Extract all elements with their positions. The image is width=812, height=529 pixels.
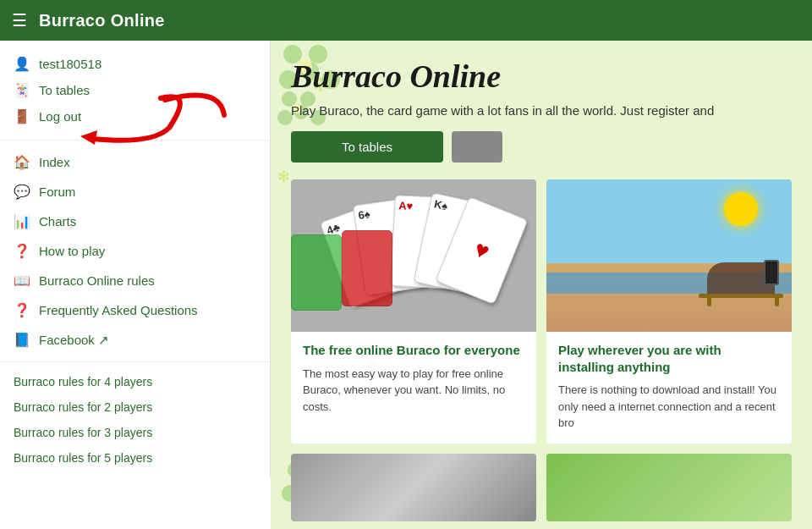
card1-body: The free online Buraco for everyone The … (291, 332, 536, 427)
nav-faq-label: Frequently Asked Questions (39, 303, 198, 317)
user-section: 👤 test180518 🃏 To tables 🚪 Log out (0, 41, 270, 141)
nav-section: 🏠 Index 💬 Forum 📊 Charts ❓ How to play 📖 (0, 141, 270, 362)
sidebar-item-faq[interactable]: ❓ Frequently Asked Questions (0, 295, 270, 325)
sidebar-item-how-to-play[interactable]: ❓ How to play (0, 236, 270, 266)
to-tables-button[interactable]: To tables (291, 131, 443, 163)
rules-icon: 📖 (14, 273, 30, 289)
register-button[interactable] (452, 131, 502, 163)
link-rules-2[interactable]: Burraco rules for 2 players (0, 394, 270, 420)
to-tables-sidebar-label: To tables (39, 83, 90, 97)
to-tables-sidebar-item[interactable]: 🃏 To tables (14, 77, 256, 103)
forum-icon: 💬 (14, 184, 30, 200)
question-icon: ❓ (14, 243, 30, 259)
hamburger-menu-icon[interactable]: ☰ (12, 10, 27, 30)
hero-title-text: Burraco Online (291, 58, 501, 94)
link-rules-4[interactable]: Burraco rules for 4 players (0, 369, 270, 394)
nav-index-label: Index (39, 155, 70, 169)
card2-body: Play wherever you are with installing an… (546, 332, 792, 444)
username-item: 👤 test180518 (14, 51, 256, 77)
links-section: Burraco rules for 4 players Burraco rule… (0, 362, 270, 477)
card2-title: Play wherever you are with installing an… (558, 342, 780, 375)
sidebar-item-facebook[interactable]: 📘 Facebook ↗ (0, 325, 270, 355)
sidebar-item-charts[interactable]: 📊 Charts (0, 207, 270, 236)
link-rules-5[interactable]: Burraco rules for 5 players (0, 445, 270, 471)
card-free-buraco: 4♣ 6♠ A♥ K♠ ♥ The free online Buraco for… (291, 179, 536, 444)
bottom-image-2 (546, 454, 792, 521)
content-inner: Burraco Online Play Buraco, the card gam… (271, 41, 812, 529)
link-rules-3[interactable]: Burraco rules for 3 players (0, 420, 270, 445)
bottom-image-1 (291, 454, 536, 521)
username-label: test180518 (39, 57, 102, 71)
logout-icon: 🚪 (14, 108, 30, 124)
logout-item[interactable]: 🚪 Log out (14, 103, 256, 129)
bottom-images-row (291, 454, 792, 521)
card-play-anywhere: Play wherever you are with installing an… (546, 179, 792, 444)
sidebar-wrapper: 👤 test180518 🃏 To tables 🚪 Log out 🏠 Ind… (0, 41, 271, 529)
facebook-icon: 📘 (14, 332, 30, 348)
nav-facebook-label: Facebook ↗ (39, 333, 109, 348)
app-title: Burraco Online (39, 11, 165, 30)
beach-image (546, 179, 792, 332)
nav-rules-label: Burraco Online rules (39, 273, 155, 288)
cards-row: 4♣ 6♠ A♥ K♠ ♥ The free online Buraco for… (291, 179, 792, 444)
user-icon: 👤 (14, 56, 30, 72)
sidebar-item-index[interactable]: 🏠 Index (0, 147, 270, 177)
hero-title: Burraco Online (291, 58, 792, 95)
faq-icon: ❓ (14, 302, 30, 318)
logout-label: Log out (39, 109, 81, 124)
card1-title: The free online Buraco for everyone (303, 342, 524, 359)
sidebar-item-forum[interactable]: 💬 Forum (0, 177, 270, 207)
content-area: ✻ ✻ Burraco Online Play Buraco, the card… (271, 41, 812, 529)
hero-subtitle: Play Buraco, the card game with a lot fa… (291, 103, 792, 118)
sidebar: 👤 test180518 🃏 To tables 🚪 Log out 🏠 Ind… (0, 41, 271, 477)
nav-howtoplay-label: How to play (39, 244, 105, 258)
nav-charts-label: Charts (39, 214, 76, 229)
sidebar-item-rules[interactable]: 📖 Burraco Online rules (0, 266, 270, 295)
home-icon: 🏠 (14, 154, 30, 170)
hero-buttons: To tables (291, 131, 792, 163)
card2-text: There is nothing to download and install… (558, 382, 780, 432)
playing-cards-image: 4♣ 6♠ A♥ K♠ ♥ (291, 179, 536, 332)
card1-text: The most easy way to play for free onlin… (303, 366, 524, 416)
charts-icon: 📊 (14, 213, 30, 229)
table-icon: 🃏 (14, 82, 30, 98)
main-area: 👤 test180518 🃏 To tables 🚪 Log out 🏠 Ind… (0, 41, 812, 529)
nav-forum-label: Forum (39, 185, 75, 199)
topbar: ☰ Burraco Online (0, 0, 812, 41)
